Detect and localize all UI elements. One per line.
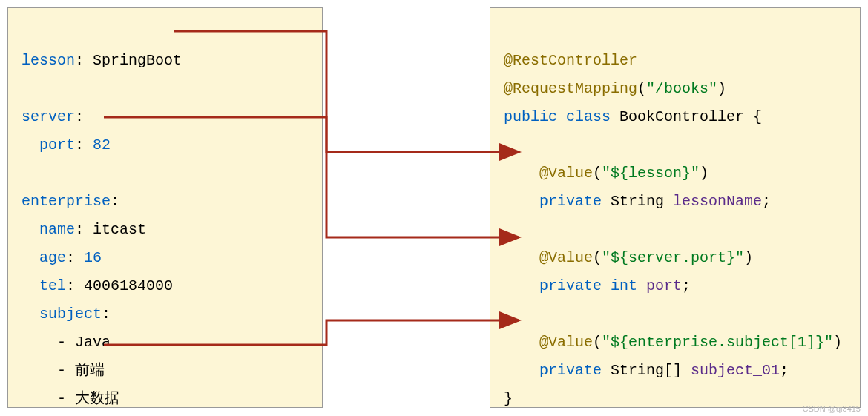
yaml-subject-item: 前端 — [75, 362, 105, 379]
yaml-key-server: server — [22, 108, 75, 125]
value-arg-1: "${lesson}" — [602, 165, 700, 182]
yaml-key-port: port — [39, 136, 75, 153]
yaml-key-lesson: lesson — [22, 52, 75, 69]
yaml-val-port: 82 — [93, 136, 111, 153]
yaml-key-enterprise: enterprise — [22, 193, 111, 210]
watermark: CSDN @qi3415 — [803, 404, 861, 413]
annotation-requestmapping: @RequestMapping — [504, 80, 637, 97]
field-lessonName: lessonName — [673, 193, 762, 210]
yaml-val-age: 16 — [84, 249, 102, 266]
value-arg-3: "${enterprise.subject[1]}" — [602, 334, 833, 351]
annotation-value-1: @Value — [539, 165, 593, 182]
annotation-value-2: @Value — [539, 249, 593, 266]
yaml-subject-item: 大数据 — [75, 390, 119, 407]
annotation-restcontroller: @RestController — [504, 52, 637, 69]
yaml-key-name: name — [39, 221, 75, 238]
yaml-subject-item: Java — [75, 334, 111, 351]
yaml-key-age: age — [39, 249, 66, 266]
yaml-val-name: itcast — [93, 221, 146, 238]
requestmapping-arg: "/books" — [646, 80, 717, 97]
java-code-panel: @RestController @RequestMapping("/books"… — [490, 7, 861, 408]
value-arg-2: "${server.port}" — [602, 249, 744, 266]
yaml-val-lesson: SpringBoot — [93, 52, 182, 69]
class-name: BookController — [619, 108, 744, 125]
yaml-key-subject: subject — [39, 306, 102, 323]
yaml-key-tel: tel — [39, 277, 66, 294]
annotation-value-3: @Value — [539, 334, 593, 351]
yaml-config-panel: lesson: SpringBoot server: port: 82 ente… — [7, 7, 323, 408]
field-port: port — [646, 277, 682, 294]
field-subject01: subject_01 — [691, 362, 780, 379]
yaml-val-tel: 4006184000 — [84, 277, 173, 294]
